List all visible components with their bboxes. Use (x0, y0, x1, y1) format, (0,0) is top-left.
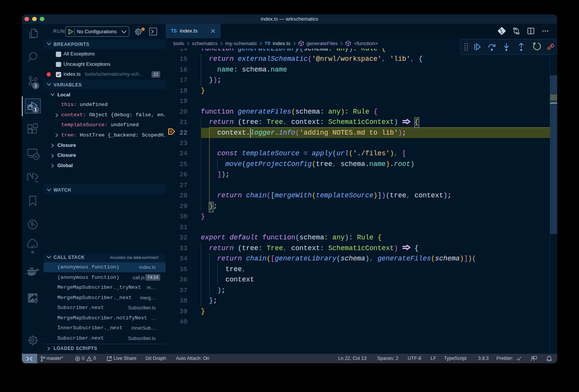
svg-text:1: 1 (34, 107, 37, 112)
svg-text:3: 3 (34, 83, 37, 89)
